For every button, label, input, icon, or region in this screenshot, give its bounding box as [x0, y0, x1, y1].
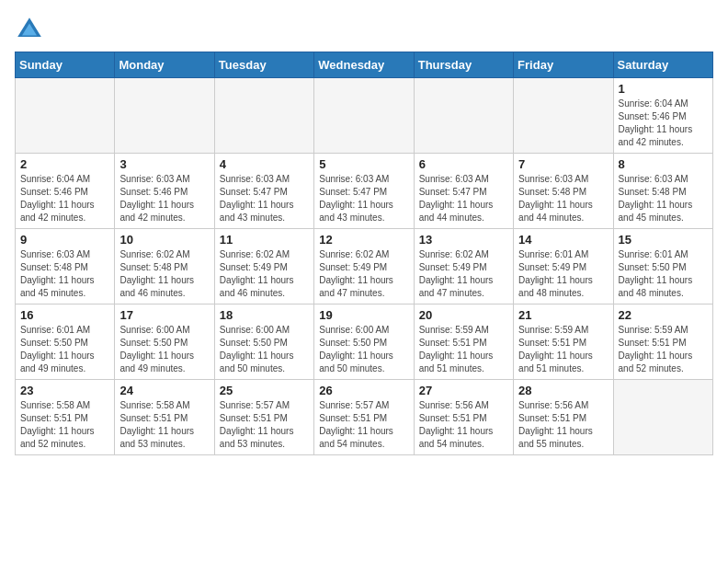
calendar-cell: 5Sunrise: 6:03 AM Sunset: 5:47 PM Daylig… — [314, 154, 414, 229]
day-number: 21 — [518, 308, 608, 322]
day-number: 2 — [20, 157, 109, 171]
day-number: 14 — [518, 233, 608, 247]
calendar-cell: 27Sunrise: 5:56 AM Sunset: 5:51 PM Dayli… — [414, 380, 513, 455]
calendar-cell — [16, 78, 115, 154]
day-header-wednesday: Wednesday — [314, 52, 414, 78]
calendar-cell: 18Sunrise: 6:00 AM Sunset: 5:50 PM Dayli… — [214, 304, 313, 380]
calendar-cell: 7Sunrise: 6:03 AM Sunset: 5:48 PM Daylig… — [514, 154, 613, 229]
day-header-friday: Friday — [514, 52, 613, 78]
calendar-cell: 20Sunrise: 5:59 AM Sunset: 5:51 PM Dayli… — [414, 304, 513, 380]
day-number: 23 — [20, 384, 109, 397]
day-info: Sunrise: 6:00 AM Sunset: 5:50 PM Dayligh… — [119, 324, 209, 375]
calendar-cell: 25Sunrise: 5:57 AM Sunset: 5:51 PM Dayli… — [214, 380, 313, 455]
calendar-week-5: 23Sunrise: 5:58 AM Sunset: 5:51 PM Dayli… — [16, 380, 713, 455]
logo — [15, 15, 48, 44]
calendar-cell: 4Sunrise: 6:03 AM Sunset: 5:47 PM Daylig… — [214, 154, 313, 229]
day-number: 26 — [319, 384, 408, 397]
day-info: Sunrise: 5:59 AM Sunset: 5:51 PM Dayligh… — [518, 324, 608, 375]
day-info: Sunrise: 5:56 AM Sunset: 5:51 PM Dayligh… — [419, 399, 508, 451]
day-number: 12 — [319, 233, 408, 247]
day-number: 28 — [518, 384, 608, 397]
day-info: Sunrise: 6:02 AM Sunset: 5:49 PM Dayligh… — [319, 248, 408, 300]
logo-icon — [15, 15, 44, 44]
calendar-cell: 12Sunrise: 6:02 AM Sunset: 5:49 PM Dayli… — [314, 229, 414, 304]
calendar-cell: 19Sunrise: 6:00 AM Sunset: 5:50 PM Dayli… — [314, 304, 414, 380]
calendar-table: SundayMondayTuesdayWednesdayThursdayFrid… — [15, 52, 713, 455]
calendar-cell: 14Sunrise: 6:01 AM Sunset: 5:49 PM Dayli… — [514, 229, 613, 304]
calendar-cell: 26Sunrise: 5:57 AM Sunset: 5:51 PM Dayli… — [314, 380, 414, 455]
day-info: Sunrise: 5:59 AM Sunset: 5:51 PM Dayligh… — [619, 324, 708, 375]
day-number: 10 — [119, 233, 209, 247]
day-header-saturday: Saturday — [613, 52, 712, 78]
day-number: 8 — [619, 157, 708, 171]
day-header-thursday: Thursday — [414, 52, 513, 78]
day-number: 20 — [419, 308, 508, 322]
day-number: 3 — [119, 157, 209, 171]
calendar-cell: 9Sunrise: 6:03 AM Sunset: 5:48 PM Daylig… — [16, 229, 115, 304]
day-number: 7 — [518, 157, 608, 171]
day-number: 24 — [119, 384, 209, 397]
day-info: Sunrise: 6:01 AM Sunset: 5:49 PM Dayligh… — [518, 248, 608, 300]
day-header-monday: Monday — [115, 52, 214, 78]
calendar-cell: 23Sunrise: 5:58 AM Sunset: 5:51 PM Dayli… — [16, 380, 115, 455]
calendar-cell: 13Sunrise: 6:02 AM Sunset: 5:49 PM Dayli… — [414, 229, 513, 304]
calendar-cell: 17Sunrise: 6:00 AM Sunset: 5:50 PM Dayli… — [115, 304, 214, 380]
calendar-cell: 8Sunrise: 6:03 AM Sunset: 5:48 PM Daylig… — [613, 154, 712, 229]
calendar-week-4: 16Sunrise: 6:01 AM Sunset: 5:50 PM Dayli… — [16, 304, 713, 380]
day-info: Sunrise: 5:56 AM Sunset: 5:51 PM Dayligh… — [518, 399, 608, 451]
day-number: 9 — [20, 233, 109, 247]
calendar-cell: 22Sunrise: 5:59 AM Sunset: 5:51 PM Dayli… — [613, 304, 712, 380]
calendar-cell — [514, 78, 613, 154]
calendar-cell: 28Sunrise: 5:56 AM Sunset: 5:51 PM Dayli… — [514, 380, 613, 455]
day-number: 17 — [119, 308, 209, 322]
calendar-cell: 10Sunrise: 6:02 AM Sunset: 5:48 PM Dayli… — [115, 229, 214, 304]
day-info: Sunrise: 5:58 AM Sunset: 5:51 PM Dayligh… — [119, 399, 209, 451]
day-number: 11 — [220, 233, 309, 247]
calendar-cell: 1Sunrise: 6:04 AM Sunset: 5:46 PM Daylig… — [613, 78, 712, 154]
day-info: Sunrise: 6:03 AM Sunset: 5:47 PM Dayligh… — [220, 173, 309, 224]
day-number: 4 — [220, 157, 309, 171]
day-info: Sunrise: 6:00 AM Sunset: 5:50 PM Dayligh… — [220, 324, 309, 375]
calendar-cell — [115, 78, 214, 154]
day-info: Sunrise: 6:02 AM Sunset: 5:49 PM Dayligh… — [419, 248, 508, 300]
day-info: Sunrise: 6:01 AM Sunset: 5:50 PM Dayligh… — [20, 324, 109, 375]
day-info: Sunrise: 5:57 AM Sunset: 5:51 PM Dayligh… — [220, 399, 309, 451]
calendar-cell: 21Sunrise: 5:59 AM Sunset: 5:51 PM Dayli… — [514, 304, 613, 380]
day-info: Sunrise: 6:03 AM Sunset: 5:47 PM Dayligh… — [419, 173, 508, 224]
day-info: Sunrise: 6:03 AM Sunset: 5:46 PM Dayligh… — [119, 173, 209, 224]
day-number: 27 — [419, 384, 508, 397]
day-header-tuesday: Tuesday — [214, 52, 313, 78]
calendar-cell: 11Sunrise: 6:02 AM Sunset: 5:49 PM Dayli… — [214, 229, 313, 304]
calendar-cell: 16Sunrise: 6:01 AM Sunset: 5:50 PM Dayli… — [16, 304, 115, 380]
day-number: 5 — [319, 157, 408, 171]
calendar-week-2: 2Sunrise: 6:04 AM Sunset: 5:46 PM Daylig… — [16, 154, 713, 229]
day-number: 25 — [220, 384, 309, 397]
day-info: Sunrise: 5:58 AM Sunset: 5:51 PM Dayligh… — [20, 399, 109, 451]
day-info: Sunrise: 6:00 AM Sunset: 5:50 PM Dayligh… — [319, 324, 408, 375]
calendar-cell: 2Sunrise: 6:04 AM Sunset: 5:46 PM Daylig… — [16, 154, 115, 229]
page-header — [15, 15, 713, 44]
day-header-sunday: Sunday — [16, 52, 115, 78]
calendar-cell — [214, 78, 313, 154]
day-number: 13 — [419, 233, 508, 247]
day-info: Sunrise: 5:59 AM Sunset: 5:51 PM Dayligh… — [419, 324, 508, 375]
calendar-cell — [314, 78, 414, 154]
day-info: Sunrise: 6:01 AM Sunset: 5:50 PM Dayligh… — [619, 248, 708, 300]
day-info: Sunrise: 6:03 AM Sunset: 5:48 PM Dayligh… — [619, 173, 708, 224]
day-info: Sunrise: 6:03 AM Sunset: 5:48 PM Dayligh… — [518, 173, 608, 224]
calendar-cell — [414, 78, 513, 154]
calendar-cell: 15Sunrise: 6:01 AM Sunset: 5:50 PM Dayli… — [613, 229, 712, 304]
day-number: 6 — [419, 157, 508, 171]
day-info: Sunrise: 6:03 AM Sunset: 5:47 PM Dayligh… — [319, 173, 408, 224]
day-number: 16 — [20, 308, 109, 322]
day-info: Sunrise: 6:04 AM Sunset: 5:46 PM Dayligh… — [20, 173, 109, 224]
calendar-cell: 24Sunrise: 5:58 AM Sunset: 5:51 PM Dayli… — [115, 380, 214, 455]
calendar-week-3: 9Sunrise: 6:03 AM Sunset: 5:48 PM Daylig… — [16, 229, 713, 304]
day-info: Sunrise: 5:57 AM Sunset: 5:51 PM Dayligh… — [319, 399, 408, 451]
day-number: 22 — [619, 308, 708, 322]
day-number: 19 — [319, 308, 408, 322]
calendar-header-row: SundayMondayTuesdayWednesdayThursdayFrid… — [16, 52, 713, 78]
day-info: Sunrise: 6:02 AM Sunset: 5:49 PM Dayligh… — [220, 248, 309, 300]
day-info: Sunrise: 6:04 AM Sunset: 5:46 PM Dayligh… — [619, 98, 708, 149]
calendar-cell: 3Sunrise: 6:03 AM Sunset: 5:46 PM Daylig… — [115, 154, 214, 229]
